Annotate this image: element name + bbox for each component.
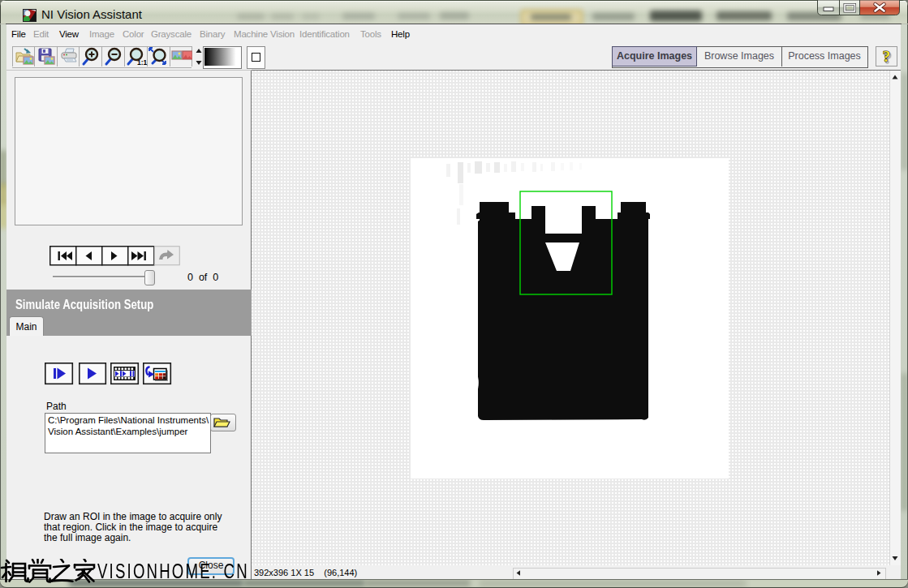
svg-text:?: ? bbox=[883, 48, 891, 65]
svg-text:1:1: 1:1 bbox=[137, 58, 148, 67]
